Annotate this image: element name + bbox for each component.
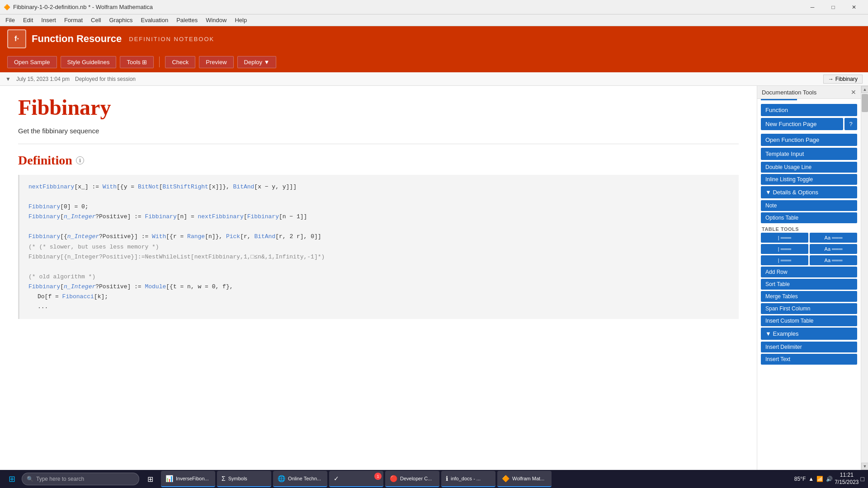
inline-listing-toggle-button[interactable]: Inline Listing Toggle xyxy=(761,174,857,185)
start-button[interactable]: ⊞ xyxy=(4,471,20,487)
note-button[interactable]: Note xyxy=(761,200,857,211)
menu-window[interactable]: Window xyxy=(202,16,230,24)
definition-section-title: Definition ℹ xyxy=(18,153,739,168)
check-button[interactable]: Check xyxy=(165,56,195,68)
content-area: Fibbinary Get the fibbinary sequence Def… xyxy=(0,86,868,470)
tag-label: Fibbinary xyxy=(835,76,858,82)
open-function-page-button[interactable]: Open Function Page xyxy=(761,134,857,146)
preview-button[interactable]: Preview xyxy=(199,56,233,68)
main-scrollbar[interactable]: ▲ ▼ xyxy=(861,86,868,470)
minimize-button[interactable]: ─ xyxy=(802,0,823,14)
scroll-thumb[interactable] xyxy=(862,94,868,112)
table-icon-1: | ═══ xyxy=(778,235,791,240)
table-tool-3-button[interactable]: | ═══ xyxy=(761,244,808,254)
table-tool-4-button[interactable]: Aa ═══ xyxy=(810,244,857,254)
new-function-page-button[interactable]: New Function Page xyxy=(761,118,843,130)
clock: 11:21 7/15/2023 xyxy=(835,472,859,486)
sort-table-button[interactable]: Sort Table xyxy=(761,279,857,290)
task-view-icon: ⊞ xyxy=(147,475,153,483)
system-tray-arrow[interactable]: ▲ xyxy=(808,476,814,482)
section-divider xyxy=(18,144,739,144)
app-symbols[interactable]: Σ Symbols xyxy=(217,471,271,487)
table-icon-2: Aa ═══ xyxy=(825,235,843,240)
style-guidelines-button[interactable]: Style Guidelines xyxy=(61,56,117,68)
menu-palettes[interactable]: Palettes xyxy=(173,16,201,24)
span-first-column-button[interactable]: Span First Column xyxy=(761,303,857,314)
taskbar-search[interactable]: 🔍 Type here to search xyxy=(22,473,139,485)
app-badge-1[interactable]: ✓ 1 xyxy=(329,471,383,487)
close-button[interactable]: ✕ xyxy=(844,0,864,14)
app-icon: 🔶 xyxy=(4,4,10,10)
app-label-developer: Developer C... xyxy=(400,476,432,481)
menu-file[interactable]: File xyxy=(2,16,19,24)
deploy-button[interactable]: Deploy ▼ xyxy=(237,56,277,68)
menu-format[interactable]: Format xyxy=(61,16,86,24)
badge-count: 1 xyxy=(374,473,382,480)
examples-section-header[interactable]: ▼ Examples xyxy=(761,328,857,340)
app-label-inverse: InverseFibon... xyxy=(176,476,209,481)
toolbar-separator xyxy=(159,56,160,67)
app-icon-online: 🌐 xyxy=(278,475,285,482)
app-developer[interactable]: 🔴 Developer C... xyxy=(385,471,439,487)
app-wolfram[interactable]: 🔶 Wolfram Mat... xyxy=(497,471,552,487)
menu-cell[interactable]: Cell xyxy=(87,16,104,24)
app-icon-check: ✓ xyxy=(334,475,339,482)
function-title: Fibbinary xyxy=(18,95,739,120)
new-function-page-help-button[interactable]: ? xyxy=(844,118,857,130)
function-description: Get the fibbinary sequence xyxy=(18,127,739,135)
options-table-button[interactable]: Options Table xyxy=(761,212,857,223)
collapse-arrow[interactable]: ▼ xyxy=(5,76,11,82)
scroll-up-arrow[interactable]: ▲ xyxy=(861,86,868,93)
table-icon-4: Aa ═══ xyxy=(825,246,843,252)
scroll-down-arrow[interactable]: ▼ xyxy=(861,463,868,470)
notification-icon[interactable]: □ xyxy=(861,475,864,483)
title-text: 🔶 Fibbinary-1-0-2-definition.nb * - Wolf… xyxy=(4,4,153,10)
task-view-button[interactable]: ⊞ xyxy=(141,470,159,488)
menu-insert[interactable]: Insert xyxy=(38,16,60,24)
brand-name: Function Resource xyxy=(32,33,122,45)
open-sample-button[interactable]: Open Sample xyxy=(7,56,57,68)
double-usage-line-button[interactable]: Double Usage Line xyxy=(761,162,857,173)
window-title: Fibbinary-1-0-2-definition.nb * - Wolfra… xyxy=(13,4,153,10)
details-options-header[interactable]: ▼ Details & Options xyxy=(761,186,857,198)
doc-tools-label: Documentation Tools xyxy=(762,89,816,96)
menu-graphics[interactable]: Graphics xyxy=(105,16,136,24)
toolbar: Open Sample Style Guidelines Tools ⊞ Che… xyxy=(0,52,868,72)
insert-custom-table-button[interactable]: Insert Custom Table xyxy=(761,315,857,326)
menu-evaluation[interactable]: Evaluation xyxy=(137,16,172,24)
panel-close-icon[interactable]: ✕ xyxy=(851,89,856,96)
table-tool-1-button[interactable]: | ═══ xyxy=(761,233,808,243)
app-label-info: info_docs - ... xyxy=(451,476,481,481)
info-icon[interactable]: ℹ xyxy=(76,156,84,164)
fibbinary-tag[interactable]: → Fibbinary xyxy=(823,75,863,84)
add-row-button[interactable]: Add Row xyxy=(761,267,857,277)
app-info-docs[interactable]: ℹ info_docs - ... xyxy=(441,471,495,487)
table-icon-6: Aa ═══ xyxy=(825,258,843,263)
template-input-button[interactable]: Template Input xyxy=(761,148,857,160)
maximize-button[interactable]: □ xyxy=(823,0,844,14)
app-icon-wolfram: 🔶 xyxy=(502,475,509,482)
merge-tables-button[interactable]: Merge Tables xyxy=(761,291,857,302)
app-icon-inverse: 📊 xyxy=(165,475,173,482)
code-block: nextFibbinary[x_] := With[{y = BitNot[Bi… xyxy=(18,175,739,319)
table-tool-6-button[interactable]: Aa ═══ xyxy=(810,255,857,265)
panel-scroll-area[interactable]: Function New Function Page ? Open Functi… xyxy=(757,100,861,470)
search-placeholder: Type here to search xyxy=(36,476,84,482)
table-tools-label: TABLE TOOLS xyxy=(761,225,857,233)
insert-delimiter-button[interactable]: Insert Delimiter xyxy=(761,342,857,352)
statusbar: ▼ July 15, 2023 1:04 pm Deployed for thi… xyxy=(0,72,868,86)
tag-arrow: → xyxy=(828,76,834,82)
menu-edit[interactable]: Edit xyxy=(19,16,37,24)
table-tool-5-button[interactable]: | ═══ xyxy=(761,255,808,265)
menu-help[interactable]: Help xyxy=(231,16,250,24)
timestamp: July 15, 2023 1:04 pm xyxy=(16,76,70,82)
app-inverse-fibon[interactable]: 📊 InverseFibon... xyxy=(161,471,215,487)
tools-button[interactable]: Tools ⊞ xyxy=(120,56,154,68)
menubar: File Edit Insert Format Cell Graphics Ev… xyxy=(0,14,868,26)
app-icon-developer: 🔴 xyxy=(390,475,397,482)
table-tool-2-button[interactable]: Aa ═══ xyxy=(810,233,857,243)
volume-icon[interactable]: 🔊 xyxy=(826,476,833,482)
insert-text-button[interactable]: Insert Text xyxy=(761,354,857,365)
app-label-symbols: Symbols xyxy=(228,476,247,481)
app-online-tech[interactable]: 🌐 Online Techn... xyxy=(273,471,327,487)
